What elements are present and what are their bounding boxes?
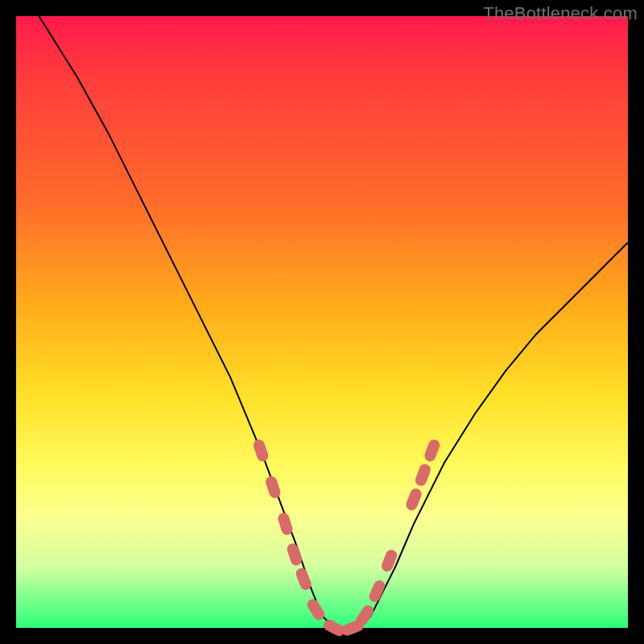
watermark-text: TheBottleneck.com [483, 3, 638, 24]
bottleneck-curve [16, 0, 628, 628]
highlight-marker [380, 548, 398, 573]
highlight-marker [276, 511, 294, 536]
highlight-marker [264, 475, 282, 500]
highlight-marker [414, 462, 432, 487]
curve-group [16, 0, 628, 628]
highlight-marker [286, 542, 303, 567]
chart-svg [16, 16, 628, 628]
chart-frame: TheBottleneck.com [0, 0, 644, 644]
marker-group [252, 438, 441, 638]
highlight-marker [423, 438, 441, 463]
highlight-marker [305, 597, 327, 622]
highlight-marker [404, 487, 423, 512]
highlight-marker [252, 438, 270, 463]
